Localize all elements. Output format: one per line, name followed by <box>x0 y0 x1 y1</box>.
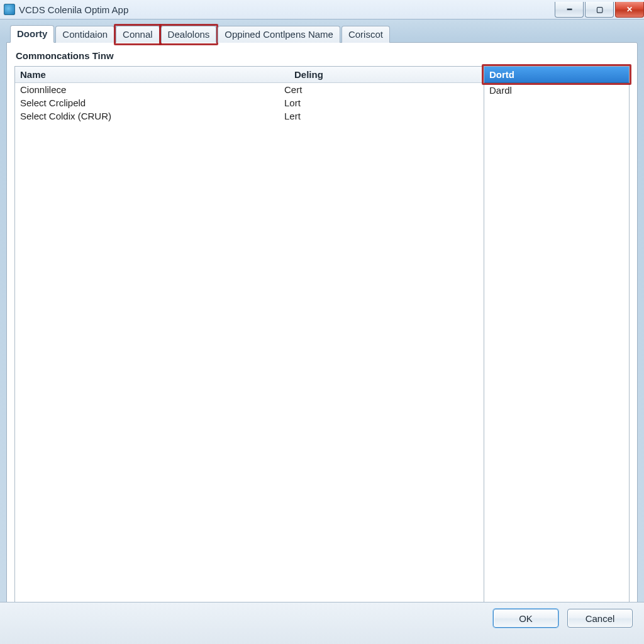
cell-name: Select Crclipeld <box>20 97 284 108</box>
table-row[interactable]: Select Coldix (CRUR) Lert <box>15 109 484 123</box>
tab-coriscot[interactable]: Coriscot <box>341 26 390 43</box>
tab-label: Connal <box>123 29 153 40</box>
tab-label: Doorty <box>17 28 47 39</box>
right-list-header[interactable]: Dortd <box>484 67 629 83</box>
col-header-deling[interactable]: Deling <box>289 67 484 82</box>
maximize-icon: ▢ <box>596 5 603 14</box>
tab-label: Dealolons <box>168 29 210 40</box>
tabpage-doorty: Commoncations Tinw Name Deling Cionnlile… <box>6 42 638 616</box>
ok-button[interactable]: OK <box>493 609 558 628</box>
tab-dealolons[interactable]: Dealolons <box>161 26 217 43</box>
tab-label: Coriscot <box>348 29 383 40</box>
tab-label: Contidaion <box>62 29 108 40</box>
close-button[interactable]: ✕ <box>615 2 644 18</box>
dialog-footer: OK Cancel <box>0 602 644 644</box>
tab-oppined[interactable]: Oppined Contlpens Name <box>218 26 340 43</box>
section-label: Commoncations Tinw <box>16 50 630 61</box>
window-controls: ━ ▢ ✕ <box>553 2 644 18</box>
tab-label: Oppined Contlpens Name <box>225 29 333 40</box>
tab-connal[interactable]: Connal <box>116 26 160 43</box>
cell-name: Select Coldix (CRUR) <box>20 111 284 121</box>
minimize-icon: ━ <box>567 5 572 14</box>
title-left: VCDS Colenila Optim App <box>4 4 128 15</box>
tabstrip: Doorty Contidaion Connal Dealolons Oppin… <box>6 25 638 42</box>
minimize-button[interactable]: ━ <box>555 2 584 18</box>
app-icon <box>4 4 15 15</box>
tab-doorty[interactable]: Doorty <box>10 25 54 43</box>
table-row[interactable]: Cionnlilece Cert <box>15 83 484 96</box>
left-table-header: Name Deling <box>15 67 484 83</box>
close-icon: ✕ <box>626 5 633 14</box>
dialog-body: Doorty Contidaion Connal Dealolons Oppin… <box>0 19 644 623</box>
table-row[interactable]: Select Crclipeld Lort <box>15 96 484 109</box>
cell-deling: Cert <box>284 84 479 95</box>
tab-contidaion[interactable]: Contidaion <box>55 26 114 43</box>
right-pane: Dortd Dardl <box>484 67 629 608</box>
col-header-name[interactable]: Name <box>15 67 289 82</box>
cell-deling: Lort <box>284 97 479 108</box>
panes: Name Deling Cionnlilece Cert Select Crcl… <box>14 66 630 608</box>
cell-deling: Lert <box>284 111 479 121</box>
maximize-button[interactable]: ▢ <box>585 2 614 18</box>
cancel-button[interactable]: Cancel <box>567 609 633 628</box>
titlebar: VCDS Colenila Optim App ━ ▢ ✕ <box>0 0 644 19</box>
left-pane: Name Deling Cionnlilece Cert Select Crcl… <box>15 67 484 608</box>
cell-name: Cionnlilece <box>20 84 284 95</box>
list-item[interactable]: Dardl <box>484 83 629 97</box>
window-title: VCDS Colenila Optim App <box>19 4 128 15</box>
right-list-header-label: Dortd <box>489 69 514 80</box>
